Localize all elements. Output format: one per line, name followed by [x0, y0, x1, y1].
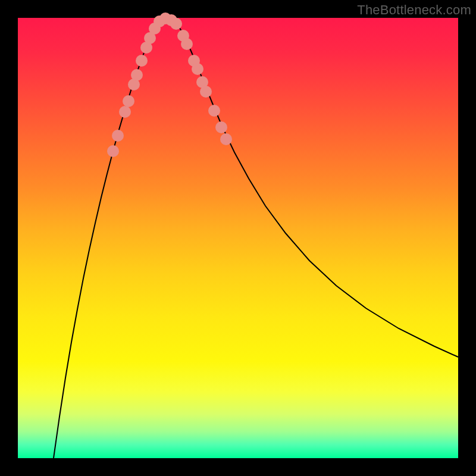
- data-marker: [220, 133, 232, 145]
- data-marker: [119, 106, 131, 118]
- curve-right-arm: [177, 24, 458, 357]
- data-marker: [215, 121, 227, 133]
- data-marker: [170, 18, 182, 30]
- watermark-text: TheBottleneck.com: [357, 2, 471, 18]
- data-marker: [208, 105, 220, 117]
- data-marker: [131, 69, 143, 81]
- data-marker: [112, 130, 124, 142]
- data-marker: [136, 55, 148, 67]
- chart-svg: [18, 18, 458, 458]
- data-marker: [200, 86, 212, 98]
- data-marker: [192, 63, 203, 75]
- marker-group: [107, 12, 232, 157]
- data-marker: [107, 145, 119, 157]
- data-marker: [123, 95, 134, 107]
- data-marker: [181, 38, 193, 50]
- curve-left-arm: [54, 24, 156, 458]
